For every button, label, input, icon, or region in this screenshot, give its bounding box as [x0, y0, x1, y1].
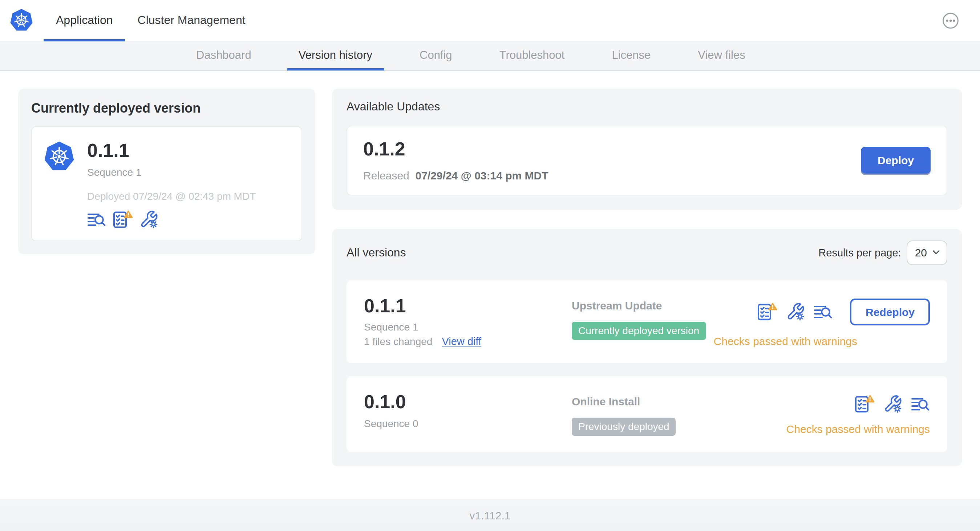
top-nav: Application Cluster Management	[0, 0, 980, 41]
update-released-line: Released 07/29/24 @ 03:14 pm MDT	[363, 169, 549, 181]
app-tabs: Application Cluster Management	[44, 0, 258, 41]
version-sequence: Sequence 1	[364, 321, 572, 333]
sub-nav: Dashboard Version history Config Trouble…	[0, 41, 980, 71]
kubernetes-logo-icon	[10, 8, 33, 33]
version-history-page: Currently deployed version 0.1.1 Sequenc…	[0, 71, 980, 466]
kubernetes-logo-icon	[44, 140, 75, 173]
currently-deployed-title: Currently deployed version	[31, 101, 302, 116]
version-row: 0.1.0 Sequence 0 Online Install Previous…	[347, 376, 947, 452]
version-actions: Redeploy Checks passed with warnings	[714, 295, 930, 347]
redeploy-button[interactable]: Redeploy	[850, 298, 930, 325]
config-icon[interactable]	[883, 394, 902, 413]
chevron-down-icon	[932, 250, 940, 255]
files-changed: 1 files changed	[364, 335, 432, 347]
results-per-page-label: Results per page:	[818, 246, 901, 258]
deployed-sequence: Sequence 1	[87, 166, 256, 178]
released-date: 07/29/24 @ 03:14 pm MDT	[415, 169, 548, 181]
currently-deployed-version: 0.1.1 Sequence 1 Deployed 07/29/24 @ 02:…	[31, 126, 302, 241]
version-info: 0.1.1 Sequence 1 1 files changed View di…	[364, 295, 572, 347]
ellipsis-menu-button[interactable]	[942, 12, 959, 29]
currently-deployed-card: Currently deployed version 0.1.1 Sequenc…	[18, 89, 315, 254]
deployed-timestamp: Deployed 07/29/24 @ 02:43 pm MDT	[87, 190, 256, 202]
version-number: 0.1.1	[364, 295, 572, 316]
release-notes-icon[interactable]	[911, 394, 930, 413]
deployed-version-number: 0.1.1	[87, 140, 256, 161]
version-source: Online Install Previously deployed	[572, 391, 786, 436]
subnav-tab-config[interactable]: Config	[408, 41, 464, 70]
available-updates-title: Available Updates	[347, 100, 947, 113]
update-row: 0.1.2 Released 07/29/24 @ 03:14 pm MDT D…	[347, 126, 947, 195]
deploy-button[interactable]: Deploy	[861, 147, 931, 173]
all-versions-card: All versions Results per page: 20 0.1.1 …	[332, 229, 962, 466]
config-icon[interactable]	[786, 302, 805, 321]
tab-cluster-management-label: Cluster Management	[138, 14, 245, 27]
view-diff-link[interactable]: View diff	[442, 335, 481, 347]
kubernetes-logo-icon	[10, 8, 33, 33]
all-versions-header: All versions Results per page: 20	[347, 240, 947, 265]
status-badge: Previously deployed	[572, 418, 676, 436]
config-icon[interactable]	[140, 210, 158, 229]
console-version: v1.112.1	[470, 509, 511, 521]
tab-application-label: Application	[56, 14, 113, 27]
deployed-version-actions	[87, 210, 256, 229]
subnav-tab-dashboard[interactable]: Dashboard	[185, 41, 263, 70]
version-number: 0.1.0	[364, 391, 572, 412]
available-updates-card: Available Updates 0.1.2 Released 07/29/2…	[332, 89, 962, 210]
version-row: 0.1.1 Sequence 1 1 files changed View di…	[347, 280, 947, 363]
subnav-tab-version-history[interactable]: Version history	[287, 41, 384, 70]
released-label: Released	[363, 169, 409, 181]
app-icon	[44, 140, 75, 173]
version-sequence: Sequence 0	[364, 418, 572, 429]
source-label: Upstream Update	[572, 299, 714, 311]
version-source: Upstream Update Currently deployed versi…	[572, 295, 714, 340]
release-notes-icon[interactable]	[814, 302, 833, 321]
preflight-checks-status[interactable]: Checks passed with warnings	[786, 423, 930, 435]
status-badge: Currently deployed version	[572, 321, 706, 340]
subnav-tab-view-files[interactable]: View files	[686, 41, 757, 70]
preflight-checks-warning-icon[interactable]	[113, 210, 133, 229]
tab-cluster-management[interactable]: Cluster Management	[125, 0, 258, 41]
version-info: 0.1.0 Sequence 0	[364, 391, 572, 429]
all-versions-title: All versions	[347, 246, 406, 259]
results-per-page-select[interactable]: 20	[907, 240, 947, 265]
update-version-number: 0.1.2	[363, 139, 549, 159]
source-label: Online Install	[572, 395, 786, 407]
preflight-checks-status[interactable]: Checks passed with warnings	[714, 334, 857, 347]
footer: v1.112.1	[0, 499, 980, 531]
version-actions: Checks passed with warnings	[786, 391, 930, 435]
release-notes-icon[interactable]	[87, 210, 106, 229]
preflight-checks-warning-icon[interactable]	[854, 394, 875, 413]
results-per-page-value: 20	[915, 246, 927, 259]
results-per-page: Results per page: 20	[818, 240, 947, 265]
ellipsis-icon	[942, 12, 959, 29]
subnav-tab-license[interactable]: License	[600, 41, 662, 70]
tab-application[interactable]: Application	[44, 0, 125, 41]
preflight-checks-warning-icon[interactable]	[757, 302, 778, 321]
admin-console: Application Cluster Management Dashboard…	[0, 0, 980, 531]
subnav-tab-troubleshoot[interactable]: Troubleshoot	[488, 41, 576, 70]
